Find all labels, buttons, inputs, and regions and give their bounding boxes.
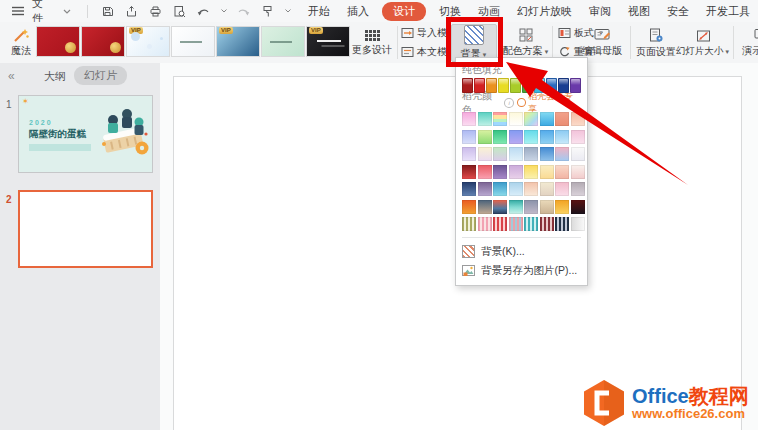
design-template-7[interactable]: VIP <box>306 26 350 57</box>
undo-icon[interactable] <box>196 4 210 19</box>
ribbon-tab-1[interactable]: 开始 <box>304 2 334 21</box>
collapse-panel-icon[interactable]: « <box>8 69 15 83</box>
gradient-swatch-37[interactable] <box>524 182 538 196</box>
gradient-swatch-43[interactable] <box>493 200 507 214</box>
doc-template-button[interactable]: 本文模板 <box>401 44 457 60</box>
gradient-swatch-14[interactable] <box>540 130 554 144</box>
format-painter-dropdown-icon[interactable] <box>285 4 292 19</box>
save-icon[interactable] <box>100 4 114 19</box>
gradient-swatch-15[interactable] <box>555 130 569 144</box>
gradient-swatch-49[interactable] <box>462 217 476 231</box>
gradient-swatch-6[interactable] <box>540 112 554 126</box>
design-template-3[interactable]: VIP <box>126 26 170 57</box>
gradient-swatch-12[interactable] <box>509 130 523 144</box>
tab-outline[interactable]: 大纲 <box>44 69 66 84</box>
gradient-swatch-22[interactable] <box>540 147 554 161</box>
gradient-swatch-48[interactable] <box>571 200 585 214</box>
gradient-swatch-33[interactable] <box>462 182 476 196</box>
page-setup-button[interactable]: 页面设置 <box>634 24 678 62</box>
gradient-swatch-27[interactable] <box>493 165 507 179</box>
gradient-swatch-10[interactable] <box>478 130 492 144</box>
gradient-swatch-30[interactable] <box>540 165 554 179</box>
ribbon-tab-9[interactable]: 安全 <box>663 2 693 21</box>
gradient-swatch-17[interactable] <box>462 147 476 161</box>
design-template-6[interactable] <box>261 26 305 57</box>
magic-button[interactable]: 魔法 <box>6 25 36 61</box>
design-template-1[interactable] <box>36 26 80 57</box>
gradient-swatch-52[interactable] <box>509 217 523 231</box>
gradient-swatch-1[interactable] <box>462 112 476 126</box>
solid-color-swatch-2[interactable] <box>474 78 485 93</box>
solid-color-swatch-7[interactable] <box>534 78 545 93</box>
ribbon-tab-4[interactable]: 切换 <box>435 2 465 21</box>
present-tools-button[interactable]: 演示工具 <box>737 24 758 62</box>
gradient-swatch-3[interactable] <box>493 112 507 126</box>
gradient-swatch-41[interactable] <box>462 200 476 214</box>
design-template-5[interactable]: VIP <box>216 26 260 57</box>
gradient-swatch-13[interactable] <box>524 130 538 144</box>
gradient-swatch-50[interactable] <box>478 217 492 231</box>
solid-color-swatch-3[interactable] <box>486 78 497 93</box>
gradient-swatch-25[interactable] <box>462 165 476 179</box>
solid-color-swatch-10[interactable] <box>570 78 581 93</box>
ribbon-tab-5[interactable]: 动画 <box>474 2 504 21</box>
export-icon[interactable] <box>124 4 138 19</box>
gradient-swatch-38[interactable] <box>540 182 554 196</box>
import-template-button[interactable]: 导入模板 <box>401 25 457 41</box>
gradient-swatch-55[interactable] <box>555 217 569 231</box>
gradient-swatch-19[interactable] <box>493 147 507 161</box>
hamburger-menu-icon[interactable] <box>11 4 25 19</box>
slide-size-button[interactable]: 幻灯片大小▼ <box>676 24 730 62</box>
slide-2-thumbnail[interactable] <box>18 190 153 268</box>
ribbon-tab-8[interactable]: 视图 <box>624 2 654 21</box>
solid-color-swatch-4[interactable] <box>498 78 509 93</box>
print-icon[interactable] <box>148 4 162 19</box>
gradient-swatch-35[interactable] <box>493 182 507 196</box>
gradient-swatch-29[interactable] <box>524 165 538 179</box>
print-preview-icon[interactable] <box>172 4 186 19</box>
gradient-swatch-40[interactable] <box>571 182 585 196</box>
gradient-swatch-42[interactable] <box>478 200 492 214</box>
background-menu-item[interactable]: 背景(K)... <box>462 242 581 261</box>
gradient-swatch-11[interactable] <box>493 130 507 144</box>
gradient-swatch-24[interactable] <box>571 147 585 161</box>
ribbon-tab-10[interactable]: 开发工具 <box>702 2 754 21</box>
gradient-swatch-32[interactable] <box>571 165 585 179</box>
gradient-swatch-39[interactable] <box>555 182 569 196</box>
gradient-swatch-23[interactable] <box>555 147 569 161</box>
gradient-swatch-5[interactable] <box>524 112 538 126</box>
design-template-2[interactable] <box>81 26 125 57</box>
gradient-swatch-9[interactable] <box>462 130 476 144</box>
gradient-swatch-7[interactable] <box>555 112 569 126</box>
solid-color-swatch-5[interactable] <box>510 78 521 93</box>
ribbon-tab-6[interactable]: 幻灯片放映 <box>513 2 576 21</box>
slide-1-thumbnail[interactable]: ✶ 2020 隔壁街的蛋糕 <box>18 95 153 173</box>
gradient-swatch-28[interactable] <box>509 165 523 179</box>
redo-icon[interactable] <box>237 4 251 19</box>
undo-dropdown-icon[interactable] <box>220 4 227 19</box>
gradient-swatch-2[interactable] <box>478 112 492 126</box>
gradient-swatch-46[interactable] <box>540 200 554 214</box>
solid-color-swatch-6[interactable] <box>522 78 533 93</box>
gradient-swatch-36[interactable] <box>509 182 523 196</box>
design-template-4[interactable] <box>171 26 215 57</box>
gradient-swatch-34[interactable] <box>478 182 492 196</box>
gradient-swatch-21[interactable] <box>524 147 538 161</box>
format-painter-icon[interactable] <box>261 4 275 19</box>
more-designs-button[interactable]: 更多设计 <box>350 25 394 61</box>
tab-slides[interactable]: 幻灯片 <box>74 66 127 85</box>
gradient-swatch-47[interactable] <box>555 200 569 214</box>
gradient-swatch-45[interactable] <box>524 200 538 214</box>
ribbon-tab-3[interactable]: 设计 <box>382 2 426 21</box>
gradient-swatch-8[interactable] <box>571 112 585 126</box>
gradient-swatch-31[interactable] <box>555 165 569 179</box>
save-background-as-picture-menu-item[interactable]: 背景另存为图片(P)... <box>462 261 581 280</box>
gradient-swatch-56[interactable] <box>571 217 585 231</box>
chevron-down-icon[interactable] <box>60 4 74 19</box>
gradient-swatch-54[interactable] <box>540 217 554 231</box>
gradient-swatch-4[interactable] <box>509 112 523 126</box>
ribbon-tab-2[interactable]: 插入 <box>343 2 373 21</box>
gradient-swatch-44[interactable] <box>509 200 523 214</box>
solid-color-swatch-8[interactable] <box>546 78 557 93</box>
gradient-swatch-51[interactable] <box>493 217 507 231</box>
